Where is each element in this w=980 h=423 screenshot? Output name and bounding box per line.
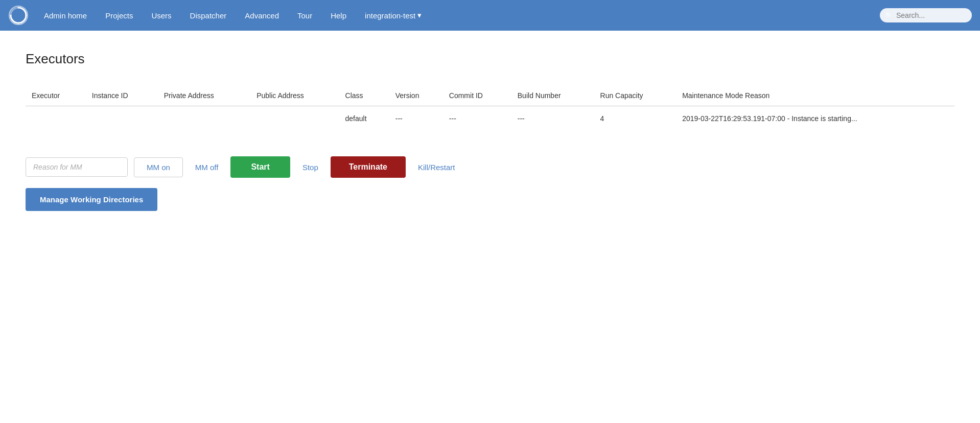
- cell-maintenance-mode-reason: 2019-03-22T16:29:53.191-07:00 - Instance…: [676, 106, 954, 131]
- chevron-down-icon: ▾: [417, 11, 422, 20]
- col-private-address: Private Address: [158, 87, 250, 106]
- nav-dispatcher[interactable]: Dispatcher: [181, 0, 236, 31]
- nav-account-dropdown[interactable]: integration-test ▾: [356, 0, 431, 31]
- terminate-button[interactable]: Terminate: [331, 156, 406, 178]
- manage-working-directories-button[interactable]: Manage Working Directories: [26, 188, 157, 211]
- col-commit-id: Commit ID: [443, 87, 511, 106]
- main-content: Executors Executor Instance ID Private A…: [0, 31, 980, 423]
- col-run-capacity: Run Capacity: [594, 87, 676, 106]
- col-class: Class: [339, 87, 389, 106]
- nav-users[interactable]: Users: [142, 0, 180, 31]
- table-header: Executor Instance ID Private Address Pub…: [26, 87, 954, 106]
- page-title: Executors: [26, 51, 954, 67]
- nav-projects[interactable]: Projects: [96, 0, 142, 31]
- start-button[interactable]: Start: [230, 156, 290, 178]
- cell-commit-id: ---: [443, 106, 511, 131]
- mm-off-button[interactable]: MM off: [189, 158, 225, 177]
- navbar: Admin home Projects Users Dispatcher Adv…: [0, 0, 980, 31]
- app-logo[interactable]: [8, 5, 29, 26]
- svg-point-0: [9, 6, 28, 25]
- account-name: integration-test: [365, 11, 415, 20]
- kill-restart-button[interactable]: Kill/Restart: [412, 158, 461, 177]
- reason-input[interactable]: [26, 157, 128, 177]
- action-bar: MM on MM off Start Stop Terminate Kill/R…: [26, 156, 954, 178]
- nav-advanced[interactable]: Advanced: [236, 0, 288, 31]
- second-row: Manage Working Directories: [26, 188, 954, 211]
- nav-help[interactable]: Help: [321, 0, 356, 31]
- col-version: Version: [389, 87, 443, 106]
- nav-tour[interactable]: Tour: [288, 0, 321, 31]
- col-build-number: Build Number: [511, 87, 594, 106]
- stop-button[interactable]: Stop: [296, 158, 324, 177]
- cell-public-address: [250, 106, 339, 131]
- cell-run-capacity: 4: [594, 106, 676, 131]
- executors-table: Executor Instance ID Private Address Pub…: [26, 87, 954, 131]
- cell-executor: [26, 106, 86, 131]
- col-executor: Executor: [26, 87, 86, 106]
- col-instance-id: Instance ID: [86, 87, 158, 106]
- nav-links: Admin home Projects Users Dispatcher Adv…: [35, 0, 880, 31]
- cell-build-number: ---: [511, 106, 594, 131]
- cell-class: default: [339, 106, 389, 131]
- table-row: default --- --- --- 4 2019-03-22T16:29:5…: [26, 106, 954, 131]
- mm-on-button[interactable]: MM on: [134, 157, 183, 177]
- col-public-address: Public Address: [250, 87, 339, 106]
- table-body: default --- --- --- 4 2019-03-22T16:29:5…: [26, 106, 954, 131]
- table-header-row: Executor Instance ID Private Address Pub…: [26, 87, 954, 106]
- cell-private-address: [158, 106, 250, 131]
- nav-admin-home[interactable]: Admin home: [35, 0, 96, 31]
- search-input[interactable]: [880, 8, 972, 22]
- col-maintenance-mode-reason: Maintenance Mode Reason: [676, 87, 954, 106]
- cell-instance-id: [86, 106, 158, 131]
- search-wrapper: 🔍: [880, 8, 972, 22]
- cell-version: ---: [389, 106, 443, 131]
